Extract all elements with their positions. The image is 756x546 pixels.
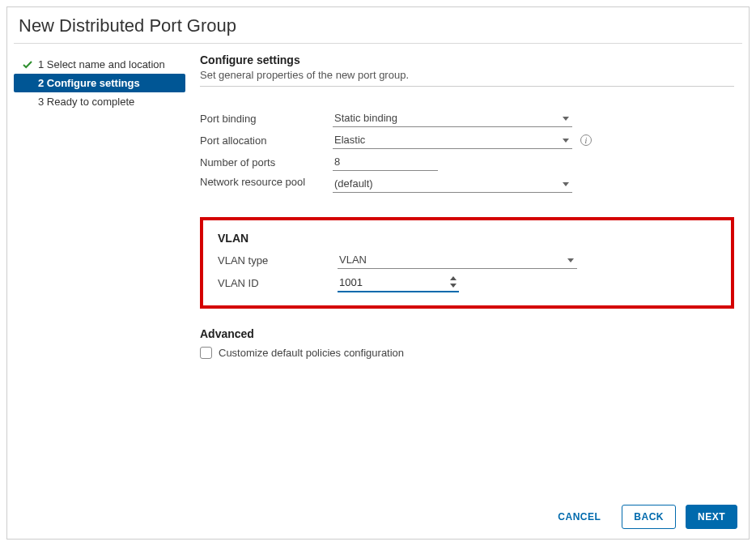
wizard-step-2[interactable]: 2 Configure settings [14, 74, 185, 92]
wizard-content: Configure settings Set general propertie… [185, 50, 742, 495]
form: Port binding Static binding Port allocat… [200, 109, 734, 359]
label-port-allocation: Port allocation [200, 134, 333, 147]
vlan-id-input[interactable] [338, 273, 459, 292]
spinner-down-icon[interactable] [448, 282, 459, 289]
dialog: New Distributed Port Group 1 Select name… [6, 6, 750, 540]
label-number-of-ports: Number of ports [200, 156, 333, 168]
row-vlan-type: VLAN type VLAN [218, 251, 716, 269]
dialog-footer: CANCEL BACK NEXT [7, 495, 749, 539]
vlan-type-select[interactable]: VLAN [338, 251, 577, 269]
row-number-of-ports: Number of ports [200, 153, 734, 171]
section-subtitle: Set general properties of the new port g… [200, 69, 734, 81]
network-resource-pool-select[interactable]: (default) [333, 175, 572, 193]
port-allocation-select[interactable]: Elastic [333, 131, 572, 149]
customize-policies-checkbox[interactable] [200, 347, 212, 359]
wizard-steps: 1 Select name and location 2 Configure s… [14, 50, 185, 495]
wizard-step-label: 1 Select name and location [38, 58, 165, 70]
cancel-button[interactable]: CANCEL [546, 505, 612, 528]
row-network-resource-pool: Network resource pool (default) [200, 175, 734, 193]
row-port-binding: Port binding Static binding [200, 109, 734, 127]
number-of-ports-input[interactable] [333, 153, 438, 171]
wizard-step-3[interactable]: 3 Ready to complete [14, 92, 185, 111]
back-button[interactable]: BACK [622, 505, 676, 529]
spinner-up-icon[interactable] [448, 275, 459, 282]
row-port-allocation: Port allocation Elastic i [200, 131, 734, 149]
wizard-step-label: 2 Configure settings [38, 77, 140, 89]
check-icon [22, 60, 33, 70]
dialog-title: New Distributed Port Group [7, 7, 749, 43]
row-vlan-id: VLAN ID [218, 273, 716, 292]
advanced-group-title: Advanced [200, 327, 734, 340]
next-button[interactable]: NEXT [686, 505, 737, 529]
vlan-highlight: VLAN VLAN type VLAN VLAN ID [200, 217, 734, 309]
port-binding-select[interactable]: Static binding [333, 109, 572, 127]
advanced-section: Advanced Customize default policies conf… [200, 327, 734, 359]
label-vlan-type: VLAN type [218, 254, 338, 267]
label-network-resource-pool: Network resource pool [200, 175, 333, 190]
vlan-group-title: VLAN [218, 232, 716, 245]
customize-policies-label: Customize default policies configuration [219, 347, 404, 359]
divider [200, 86, 734, 87]
wizard-step-label: 3 Ready to complete [38, 96, 134, 108]
wizard-step-1[interactable]: 1 Select name and location [14, 55, 185, 74]
dialog-body: 1 Select name and location 2 Configure s… [7, 44, 749, 495]
section-title: Configure settings [200, 53, 734, 66]
label-port-binding: Port binding [200, 113, 333, 125]
label-vlan-id: VLAN ID [218, 277, 338, 289]
info-icon[interactable]: i [580, 134, 592, 146]
